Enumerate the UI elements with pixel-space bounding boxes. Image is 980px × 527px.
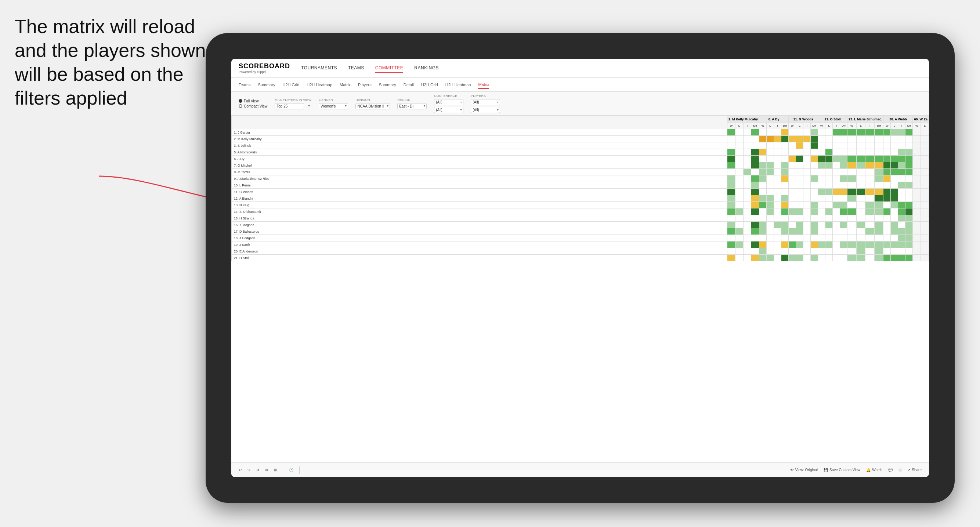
matrix-cell — [789, 222, 796, 228]
matrix-cell — [856, 195, 865, 202]
grid-btn[interactable]: ⊞ — [899, 468, 901, 472]
full-view-radio[interactable] — [239, 99, 242, 103]
matrix-cell — [759, 215, 767, 222]
nav-rankings[interactable]: RANKINGS — [414, 64, 439, 73]
matrix-cell — [767, 202, 774, 208]
conference-select2[interactable]: (All) — [434, 107, 463, 113]
compact-view-radio[interactable] — [239, 104, 242, 108]
matrix-cell — [865, 156, 875, 162]
conference-select2-wrapper[interactable]: (All) — [434, 106, 463, 113]
subnav-matrix[interactable]: Matrix — [340, 81, 351, 89]
redo-btn[interactable]: ↪ — [248, 468, 250, 472]
matrix-cell — [781, 175, 789, 182]
matrix-cell — [735, 228, 743, 235]
conference-select[interactable]: (All) — [434, 99, 463, 105]
subnav-matrix2[interactable]: Matrix — [478, 81, 489, 89]
subnav-h2hgrid2[interactable]: H2H Grid — [421, 81, 438, 89]
matrix-cell — [921, 202, 929, 208]
subnav-teams[interactable]: Teams — [239, 81, 250, 89]
max-players-select[interactable]: Top 25 Top 50 All — [275, 103, 304, 110]
subnav-h2hheatmap2[interactable]: H2H Heatmap — [445, 81, 471, 89]
matrix-cell — [759, 149, 767, 156]
matrix-cell — [883, 129, 891, 136]
subnav-h2hgrid[interactable]: H2H Grid — [282, 81, 299, 89]
matrix-cell — [921, 241, 929, 248]
matrix-cell — [743, 136, 751, 142]
division-select-wrapper[interactable]: NCAA Division II NCAA Division I — [355, 102, 390, 110]
save-custom-btn[interactable]: 💾 Save Custom View — [824, 468, 860, 472]
players-select[interactable]: (All) — [471, 99, 500, 105]
matrix-cell — [905, 142, 913, 149]
matrix-cell — [921, 189, 929, 195]
matrix-cell — [727, 162, 735, 169]
matrix-cell — [751, 149, 759, 156]
share-btn[interactable]: ↗ Share — [907, 468, 922, 472]
sub-dif4: Dif — [840, 122, 848, 129]
matrix-cell — [905, 189, 913, 195]
matrix-cell — [735, 202, 743, 208]
full-view-option[interactable]: Full View — [239, 99, 267, 103]
matrix-cell — [833, 215, 840, 222]
watch-btn[interactable]: 🔔 Watch — [866, 468, 882, 472]
matrix-cell — [767, 149, 774, 156]
nav-tournaments[interactable]: TOURNAMENTS — [301, 64, 337, 73]
matrix-cell — [898, 228, 905, 235]
refresh-btn[interactable]: ↺ — [256, 468, 259, 472]
undo-btn[interactable]: ↩ — [239, 468, 242, 472]
conference-select-wrapper[interactable]: (All) — [434, 98, 463, 105]
compact-view-option[interactable]: Compact View — [239, 104, 267, 108]
subnav-players[interactable]: Players — [358, 81, 372, 89]
matrix-cell — [840, 136, 848, 142]
matrix-cell — [840, 169, 848, 175]
matrix-cell — [921, 195, 929, 202]
subnav-detail[interactable]: Detail — [404, 81, 414, 89]
subnav-h2hheatmap[interactable]: H2H Heatmap — [307, 81, 332, 89]
region-select-wrapper[interactable]: East - DII West - DII — [397, 102, 427, 110]
matrix-cell — [891, 255, 898, 261]
division-select[interactable]: NCAA Division II NCAA Division I — [355, 103, 390, 110]
matrix-cell — [913, 235, 921, 241]
max-players-select-wrapper[interactable]: Top 25 Top 50 All — [275, 102, 311, 110]
comment-btn[interactable]: 💬 — [888, 468, 892, 472]
matrix-cell — [833, 142, 840, 149]
matrix-cell — [811, 228, 818, 235]
table-row: 19. J Karrh — [232, 241, 929, 248]
matrix-cell — [905, 162, 913, 169]
region-select[interactable]: East - DII West - DII — [397, 103, 427, 110]
matrix-cell — [913, 202, 921, 208]
matrix-cell — [796, 129, 803, 136]
matrix-cell — [811, 202, 818, 208]
clock-btn[interactable]: 🕐 — [289, 468, 293, 472]
player-name-cell: 16. X Mcgaha — [232, 222, 727, 228]
subnav-summary[interactable]: Summary — [258, 81, 275, 89]
nav-teams[interactable]: TEAMS — [348, 64, 364, 73]
matrix-cell — [789, 156, 796, 162]
matrix-cell — [883, 241, 891, 248]
gender-select-wrapper[interactable]: Women's Men's — [319, 102, 348, 110]
matrix-content[interactable]: 2. M Kelly Mulcahy 6. A Dy 11. G Woods 2… — [231, 116, 929, 462]
matrix-cell — [891, 215, 898, 222]
matrix-cell — [759, 255, 767, 261]
matrix-cell — [856, 136, 865, 142]
view-original-btn[interactable]: 👁 View: Original — [790, 468, 818, 472]
matrix-cell — [874, 156, 883, 162]
matrix-cell — [921, 222, 929, 228]
players-select-wrapper[interactable]: (All) — [471, 98, 500, 105]
matrix-cell — [818, 202, 826, 208]
players-select2-wrapper[interactable]: (All) — [471, 106, 500, 113]
matrix-cell — [921, 169, 929, 175]
conference-filter: Conference (All) (All) — [434, 94, 463, 113]
matrix-cell — [789, 162, 796, 169]
matrix-cell — [891, 202, 898, 208]
gender-select[interactable]: Women's Men's — [319, 103, 348, 110]
pan-btn[interactable]: ⊞ — [274, 468, 277, 472]
nav-committee[interactable]: COMMITTEE — [375, 64, 404, 73]
subnav-summary2[interactable]: Summary — [379, 81, 396, 89]
zoom-btn[interactable]: ⊕ — [265, 468, 268, 472]
matrix-cell — [803, 222, 811, 228]
matrix-cell — [898, 189, 905, 195]
players-select2[interactable]: (All) — [471, 107, 500, 113]
top-nav: SCOREBOARD Powered by clippd TOURNAMENTS… — [231, 59, 929, 78]
matrix-cell — [735, 241, 743, 248]
matrix-cell — [789, 202, 796, 208]
